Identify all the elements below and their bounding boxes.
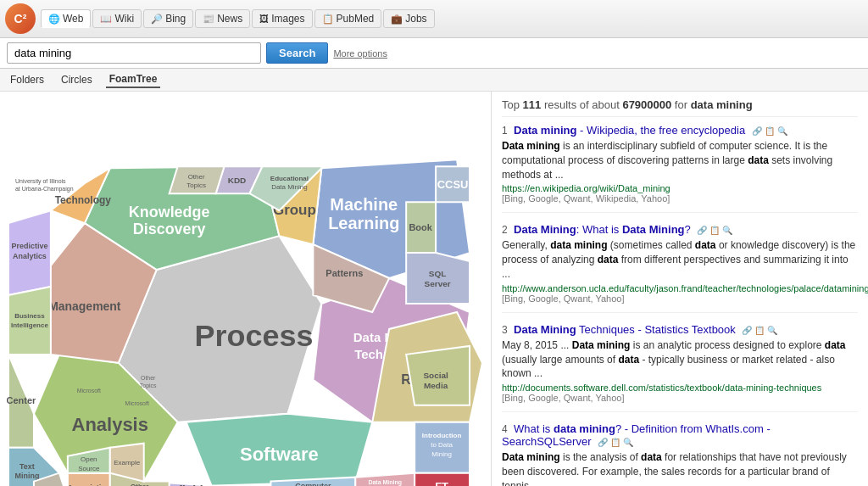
results-header: Top 111 results of about 67900000 for da… <box>502 98 858 117</box>
software-label: Software <box>240 444 319 465</box>
other-topics2-label: Other <box>188 173 205 181</box>
result-row: 4 What is data mining? - Definition from… <box>502 422 858 448</box>
technology-label: Technology <box>55 194 112 206</box>
toolbar-folders[interactable]: Folders <box>7 72 47 87</box>
result-snippet: Data mining is an interdisciplinary subf… <box>502 139 858 182</box>
tab-jobs-label: Jobs <box>405 13 426 25</box>
tab-bing-label: Bing <box>165 13 186 25</box>
result-row: 2 Data Mining: What is Data Mining? 🔗 📋 … <box>502 223 858 236</box>
result-url: http://documents.software.dell.com/stati… <box>502 383 858 393</box>
more-options-link[interactable]: More options <box>333 48 387 59</box>
tab-wiki[interactable]: 📖 Wiki <box>92 9 142 28</box>
social-media-label: Social <box>423 371 448 380</box>
result-icon2[interactable]: 📋 <box>709 226 720 235</box>
web-icon: 🌐 <box>48 14 60 25</box>
result-item: 3 Data Mining Techniques - Statistics Te… <box>502 323 858 412</box>
search-bar: data mining Search More options <box>0 38 868 69</box>
result-snippet: Data mining is the analysis of data for … <box>502 450 858 486</box>
text-mining-label2: Mining <box>14 472 39 480</box>
other-label: Other <box>141 375 156 381</box>
ms-label: Microsoft <box>125 400 149 406</box>
tab-web[interactable]: 🌐 Web <box>41 9 91 28</box>
result-icons: 🔗 📋 🔍 <box>697 226 732 235</box>
sql-server-label: SQL <box>429 269 447 278</box>
result-url: https://en.wikipedia.org/wiki/Data_minin… <box>502 183 858 193</box>
result-title[interactable]: What is data mining? - Definition from W… <box>502 422 771 448</box>
result-icon1[interactable]: 🔗 <box>752 126 762 136</box>
other-label2: Topics <box>140 383 157 389</box>
jobs-icon: 💼 <box>391 14 403 25</box>
tab-bing[interactable]: 🔎 Bing <box>143 9 193 28</box>
business-intel-label2: Intelligence <box>11 321 48 329</box>
process-label: Process <box>195 318 314 353</box>
result-row: 3 Data Mining Techniques - Statistics Te… <box>502 323 858 336</box>
result-icon2[interactable]: 📋 <box>765 126 775 136</box>
result-sources: [Bing, Google, Qwant, Wikipedia, Yahoo] <box>502 193 858 204</box>
result-item: 1 Data mining - Wikipedia, the free ency… <box>502 124 858 213</box>
edm-label: Educational <box>270 175 309 182</box>
tab-jobs[interactable]: 💼 Jobs <box>383 9 434 28</box>
result-number: 2 <box>502 224 508 236</box>
dm-tutorial-label: Data Mining <box>368 479 402 486</box>
toolbar: Folders Circles FoamTree <box>0 69 868 92</box>
result-number: 1 <box>502 125 508 137</box>
book-label: Book <box>409 222 432 232</box>
result-icon1[interactable]: 🔗 <box>598 438 608 447</box>
result-icon3[interactable]: 🔍 <box>767 326 777 335</box>
tab-pubmed[interactable]: 📋 PubMed <box>314 9 382 28</box>
center-label: Center <box>7 395 36 405</box>
result-item: 4 What is data mining? - Definition from… <box>502 422 858 486</box>
text-mining-label: Text <box>19 462 35 471</box>
search-input[interactable]: data mining <box>7 42 261 64</box>
toolbar-circles[interactable]: Circles <box>58 72 96 87</box>
tab-news[interactable]: 📰 News <box>195 9 250 28</box>
result-number: 4 <box>502 423 508 435</box>
result-icon2[interactable]: 📋 <box>754 326 765 335</box>
patterns-label: Patterns <box>326 268 363 278</box>
result-icons: 🔗 📋 🔍 <box>752 126 787 136</box>
wiki-icon: 📖 <box>100 14 112 25</box>
open-source-label2: Source <box>78 465 100 472</box>
tab-images[interactable]: 🖼 Images <box>252 9 312 28</box>
result-title[interactable]: Data Mining: What is Data Mining? <box>514 223 693 236</box>
edm-label2: Data Mining <box>271 183 308 191</box>
example-label: Example <box>114 459 141 466</box>
sql-server-label2: Server <box>425 279 451 288</box>
intro-dm-label3: Mining <box>431 450 451 458</box>
foamtree-panel[interactable]: University of Illinois at Urbana-Champai… <box>0 92 492 486</box>
logo: C² <box>5 3 36 34</box>
pubmed-icon: 📋 <box>322 14 334 25</box>
foamtree-logo-label: FT <box>435 480 448 486</box>
definition-label: Definition <box>163 483 217 486</box>
result-title[interactable]: Data Mining Techniques - Statistics Text… <box>514 323 738 336</box>
result-number: 3 <box>502 324 508 336</box>
nav-tabs: 🌐 Web 📖 Wiki 🔎 Bing 📰 News 🖼 Images 📋 Pu… <box>41 9 435 28</box>
toolbar-foamtree[interactable]: FoamTree <box>106 71 161 88</box>
machine-learning-label: Machine <box>330 195 398 214</box>
result-icon3[interactable]: 🔍 <box>777 126 787 136</box>
bing-icon: 🔎 <box>151 14 163 25</box>
result-title[interactable]: Data mining - Wikipedia, the free encycl… <box>514 124 748 137</box>
ms-label2: Microsoft <box>77 388 101 394</box>
result-icon3[interactable]: 🔍 <box>623 438 633 447</box>
result-snippet: Generally, data mining (sometimes called… <box>502 238 858 281</box>
result-url: http://www.anderson.ucla.edu/faculty/jas… <box>502 283 858 293</box>
business-intel-label: Business <box>14 312 45 320</box>
result-icon3[interactable]: 🔍 <box>722 226 732 235</box>
result-icon2[interactable]: 📋 <box>610 438 620 447</box>
tab-news-label: News <box>217 13 242 25</box>
analysis-label: Analysis <box>72 414 148 435</box>
management-label: Management <box>48 299 121 313</box>
tab-wiki-label: Wiki <box>114 13 134 25</box>
images-icon: 🖼 <box>259 14 269 24</box>
other-topics2-label2: Topics <box>186 182 206 189</box>
social-media-label2: Media <box>424 381 448 390</box>
result-icon1[interactable]: 🔗 <box>742 326 752 335</box>
search-button[interactable]: Search <box>266 42 328 64</box>
machine-learning-label2: Learning <box>328 214 399 232</box>
result-item: 2 Data Mining: What is Data Mining? 🔗 📋 … <box>502 223 858 312</box>
result-sources: [Bing, Google, Qwant, Yahoo] <box>502 293 858 304</box>
result-icon1[interactable]: 🔗 <box>697 226 707 235</box>
app-header: C² 🌐 Web 📖 Wiki 🔎 Bing 📰 News 🖼 Images 📋… <box>0 0 868 38</box>
knowledge-discovery-label2: Discovery <box>133 221 206 237</box>
